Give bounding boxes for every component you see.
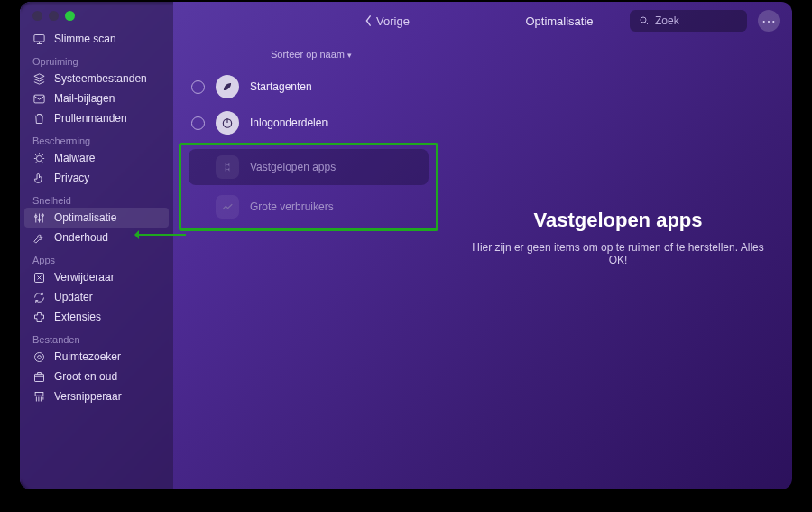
sidebar-item-label: Optimalisatie <box>54 211 116 224</box>
search-icon <box>639 15 650 26</box>
sidebar-item-label: Onderhoud <box>54 231 108 244</box>
uninstall-icon <box>32 271 46 284</box>
sidebar-section-header: Bestanden <box>20 327 173 347</box>
shred-icon <box>32 390 46 404</box>
back-label: Vorige <box>376 14 410 28</box>
main-area: Vorige Optimalisatie Zoek ⋯ Sorteer op n… <box>173 2 792 489</box>
dots-icon: ⋯ <box>761 13 776 30</box>
sidebar-section-header: Opruiming <box>20 49 173 69</box>
annotation-highlight: Vastgelopen apps Grote verbruikers <box>179 143 438 231</box>
svg-point-7 <box>35 352 44 361</box>
sidebar-item-ruimtezoeker[interactable]: Ruimtezoeker <box>20 347 173 367</box>
account-avatar[interactable]: ⋯ <box>758 10 780 32</box>
sidebar-section-header: Apps <box>20 247 173 267</box>
power-icon <box>216 111 239 135</box>
sidebar-item-onderhoud[interactable]: Onderhoud <box>20 228 173 247</box>
sidebar-item-versnipperaar[interactable]: Versnipperaar <box>20 386 173 406</box>
sort-dropdown[interactable]: Sorteer op naam <box>179 49 444 60</box>
close-window-button[interactable] <box>32 11 42 21</box>
zoom-window-button[interactable] <box>65 11 75 21</box>
radio-unchecked-icon[interactable] <box>191 116 205 130</box>
radio-unchecked-icon[interactable] <box>191 80 205 94</box>
sidebar-item-label: Groot en oud <box>54 370 117 383</box>
page-title: Optimalisatie <box>525 14 593 28</box>
mail-icon <box>32 92 46 106</box>
sidebar-item-label: Malware <box>54 152 95 164</box>
sidebar-item-label: Updater <box>54 291 93 303</box>
sidebar-item-extensies[interactable]: Extensies <box>20 307 173 327</box>
svg-rect-1 <box>34 95 44 103</box>
sidebar-item-optimalisatie[interactable]: Optimalisatie <box>24 208 169 228</box>
sort-label: Sorteer op naam <box>271 49 345 60</box>
hourglass-icon <box>216 155 239 179</box>
hand-icon <box>32 172 46 185</box>
sidebar-item-label: Versnipperaar <box>54 390 122 403</box>
sidebar-item-label: Systeembestanden <box>54 72 147 85</box>
sidebar: Slimme scan OpruimingSysteembestandenMai… <box>20 2 173 489</box>
monitor-icon <box>32 33 46 46</box>
sidebar-item-systeembestanden[interactable]: Systeembestanden <box>20 69 173 88</box>
svg-point-2 <box>36 155 42 161</box>
list-item[interactable]: Grote verbruikers <box>181 189 436 225</box>
stack-icon <box>32 72 46 86</box>
sidebar-item-malware[interactable]: Malware <box>20 148 173 168</box>
sidebar-item-prullenmanden[interactable]: Prullenmanden <box>20 108 173 128</box>
svg-point-11 <box>641 17 646 23</box>
sliders-icon <box>32 211 46 225</box>
sidebar-item-label: Slimme scan <box>54 33 116 45</box>
sidebar-item-verwijderaar[interactable]: Verwijderaar <box>20 267 173 287</box>
sidebar-section-header: Bescherming <box>20 128 173 148</box>
sidebar-section-header: Snelheid <box>20 188 173 208</box>
rocket-icon <box>216 75 239 98</box>
annotation-arrow <box>135 234 186 236</box>
list-item-active[interactable]: Vastgelopen apps <box>189 149 429 185</box>
sidebar-item-label: Mail-bijlagen <box>54 92 115 105</box>
sidebar-item-mail-bijlagen[interactable]: Mail-bijlagen <box>20 88 173 108</box>
trash-icon <box>32 112 46 126</box>
list-item-label: Vastgelopen apps <box>250 161 336 173</box>
sidebar-item-label: Verwijderaar <box>54 271 115 284</box>
list-item-label: Startagenten <box>250 80 312 93</box>
wrench-icon <box>32 231 46 245</box>
bug-icon <box>32 152 46 165</box>
category-list: Sorteer op naam Startagenten Inlogonderd… <box>173 40 444 489</box>
svg-rect-9 <box>35 374 44 381</box>
detail-subtitle: Hier zijn er geen items om op te ruimen … <box>466 241 770 266</box>
sidebar-item-label: Ruimtezoeker <box>54 350 121 363</box>
box-icon <box>32 370 46 384</box>
app-window: Slimme scan OpruimingSysteembestandenMai… <box>20 2 792 489</box>
back-button[interactable]: Vorige <box>364 14 410 28</box>
window-controls <box>32 11 75 21</box>
detail-title: Vastgelopen apps <box>533 209 702 232</box>
list-item[interactable]: Startagenten <box>179 69 444 105</box>
extension-icon <box>32 311 46 324</box>
svg-rect-0 <box>34 34 44 42</box>
list-item-label: Inlogonderdelen <box>250 116 328 129</box>
lens-icon <box>32 350 46 364</box>
sidebar-item-label: Prullenmanden <box>54 112 127 125</box>
detail-pane: Vastgelopen apps Hier zijn er geen items… <box>444 40 792 489</box>
sidebar-item-label: Privacy <box>54 172 89 184</box>
list-item-label: Grote verbruikers <box>250 200 334 213</box>
sidebar-item-smart-scan[interactable]: Slimme scan <box>20 29 173 49</box>
search-placeholder: Zoek <box>655 14 679 27</box>
sidebar-item-privacy[interactable]: Privacy <box>20 168 173 188</box>
chart-icon <box>216 195 239 219</box>
minimize-window-button[interactable] <box>49 11 59 21</box>
topbar: Vorige Optimalisatie Zoek ⋯ <box>327 2 792 40</box>
sidebar-item-groot-en-oud[interactable]: Groot en oud <box>20 367 173 386</box>
svg-point-8 <box>38 355 42 358</box>
list-item[interactable]: Inlogonderdelen <box>179 105 444 141</box>
sidebar-item-updater[interactable]: Updater <box>20 287 173 307</box>
update-icon <box>32 291 46 304</box>
search-input[interactable]: Zoek <box>630 10 747 32</box>
sidebar-item-label: Extensies <box>54 311 101 323</box>
svg-rect-10 <box>35 392 43 396</box>
